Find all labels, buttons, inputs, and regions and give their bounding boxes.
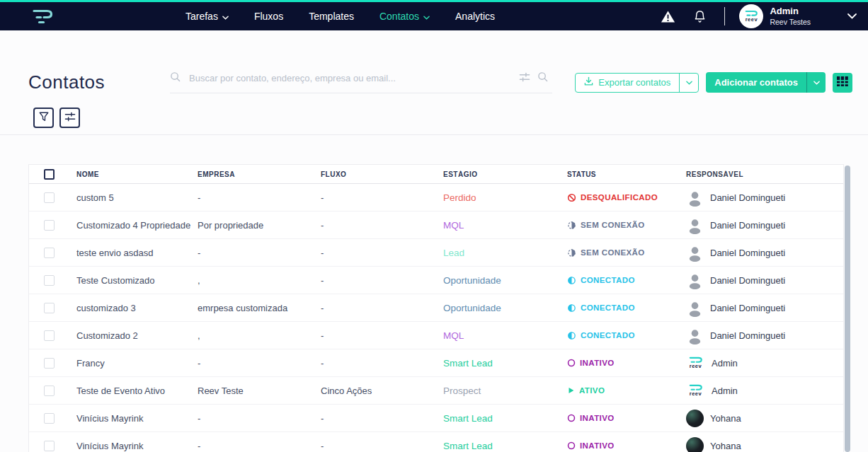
row-checkbox[interactable]: [44, 441, 55, 451]
row-checkbox[interactable]: [44, 386, 55, 396]
contact-stage: Smart Lead: [443, 441, 567, 451]
table-row[interactable]: Customizado 4 PropriedadePor propriedade…: [29, 211, 843, 239]
bell-icon[interactable]: [694, 10, 706, 23]
contact-stage: Prospect: [443, 386, 567, 396]
owner-name: Daniel Domingueti: [710, 303, 785, 313]
search-input[interactable]: [188, 72, 512, 84]
table-row[interactable]: Teste de Evento AtivoReev TesteCinco Açõ…: [29, 377, 843, 405]
owner-name: Daniel Domingueti: [710, 248, 785, 258]
download-icon: [584, 76, 593, 88]
nav-item-tarefas[interactable]: Tarefas: [185, 11, 229, 22]
export-contacts-button[interactable]: Exportar contatos: [575, 73, 699, 93]
row-checkbox-cell: [29, 220, 76, 231]
reev-logo-icon[interactable]: [32, 8, 55, 25]
main-nav: Tarefas Fluxos Templates Contatos Analyt…: [185, 11, 495, 22]
table-row[interactable]: Customizado 2,-MQLCONECTADODaniel Doming…: [29, 322, 843, 349]
table-row[interactable]: teste envio asdasd--LeadSEM CONEXÃODanie…: [29, 239, 843, 267]
row-checkbox-cell: [29, 303, 76, 313]
contact-owner: Daniel Domingueti: [686, 272, 843, 289]
chevron-down-icon[interactable]: [847, 13, 857, 19]
row-checkbox[interactable]: [44, 220, 55, 231]
funnel-icon: [38, 111, 50, 125]
user-menu[interactable]: reev Admin Reev Testes: [739, 4, 811, 28]
sliders-icon: [64, 112, 76, 124]
circle-outline-icon: [567, 359, 576, 367]
contact-owner: reevAdmin: [686, 384, 843, 397]
nav-label: Templates: [309, 11, 354, 22]
table-row[interactable]: Teste Customizado,-OportunidadeCONECTADO…: [29, 267, 843, 294]
column-settings-button[interactable]: [59, 108, 80, 128]
add-dropdown-button[interactable]: [806, 72, 826, 93]
table-header: NOME EMPRESA FLUXO ESTÁGIO STATUS RESPON…: [29, 165, 843, 184]
contact-stage: Smart Lead: [443, 413, 567, 424]
table-row[interactable]: Francy--Smart LeadINATIVOreevAdmin: [29, 349, 843, 377]
contact-stage: Smart Lead: [443, 358, 567, 369]
contact-status: CONECTADO: [567, 276, 686, 285]
advanced-filter-icon[interactable]: [519, 72, 530, 85]
search-bar: [170, 71, 552, 93]
column-header-nome: NOME: [76, 170, 198, 178]
contact-stage: Oportunidade: [443, 275, 567, 286]
row-checkbox-cell: [29, 275, 76, 286]
contact-stage: Lead: [443, 248, 567, 258]
export-dropdown-button[interactable]: [679, 74, 698, 92]
contact-flow: -: [321, 358, 443, 369]
nav-label: Tarefas: [185, 11, 218, 22]
row-checkbox-cell: [29, 192, 76, 203]
contact-owner: Daniel Domingueti: [686, 244, 843, 262]
person-avatar: [686, 299, 704, 317]
contact-stage: MQL: [443, 330, 567, 341]
navbar-divider: [724, 7, 725, 25]
contact-name: Teste Customizado: [76, 275, 198, 286]
column-header-estagio: ESTÁGIO: [443, 170, 567, 178]
select-all-checkbox[interactable]: [44, 169, 55, 180]
contact-stage: Oportunidade: [443, 303, 567, 313]
photo-avatar: [686, 410, 704, 427]
nav-item-fluxos[interactable]: Fluxos: [254, 11, 283, 22]
owner-name: Daniel Domingueti: [710, 192, 785, 203]
row-checkbox[interactable]: [44, 413, 55, 424]
add-contacts-button[interactable]: Adicionar contatos: [706, 72, 826, 93]
contact-owner: Daniel Domingueti: [686, 189, 843, 207]
user-name: Admin: [770, 6, 811, 17]
table-row[interactable]: Vinícius Mayrink--Smart LeadINATIVOYohan…: [29, 405, 843, 432]
row-checkbox[interactable]: [44, 303, 55, 313]
chevron-down-icon: [222, 11, 229, 22]
person-avatar: [686, 189, 704, 207]
search-submit-icon[interactable]: [537, 71, 548, 85]
row-checkbox[interactable]: [44, 275, 55, 286]
half-circle-left-icon: [567, 303, 576, 313]
nav-item-templates[interactable]: Templates: [309, 11, 354, 22]
contact-status: DESQUALIFICADO: [567, 193, 686, 202]
contact-company: -: [198, 248, 321, 258]
user-avatar: reev: [739, 4, 763, 28]
top-navbar: Tarefas Fluxos Templates Contatos Analyt…: [0, 0, 868, 30]
contact-name: Francy: [76, 358, 198, 369]
nav-item-contatos[interactable]: Contatos: [379, 11, 430, 22]
contact-status: INATIVO: [567, 359, 686, 367]
row-checkbox-cell: [29, 413, 76, 424]
nav-label: Contatos: [379, 11, 419, 22]
reev-avatar: reev: [686, 384, 705, 397]
warning-icon[interactable]: [661, 10, 675, 23]
vertical-scrollbar[interactable]: [845, 166, 850, 452]
status-label: INATIVO: [580, 414, 615, 422]
row-checkbox[interactable]: [44, 248, 55, 258]
table-row[interactable]: custom 5--PerdidoDESQUALIFICADODaniel Do…: [29, 184, 843, 211]
page-title: Contatos: [28, 71, 170, 93]
add-contacts-label: Adicionar contatos: [706, 72, 806, 93]
table-row[interactable]: Vinícius Mayrink--Smart LeadINATIVOYohan…: [29, 432, 843, 452]
table-row[interactable]: customizado 3emrpesa customizada-Oportun…: [29, 294, 843, 322]
contact-name: Customizado 4 Propriedade: [76, 220, 198, 231]
row-checkbox[interactable]: [44, 330, 55, 341]
row-checkbox[interactable]: [44, 358, 55, 369]
filter-button[interactable]: [33, 108, 54, 128]
nav-item-analytics[interactable]: Analytics: [455, 11, 495, 22]
row-checkbox-cell: [29, 358, 76, 369]
header-actions: Exportar contatos Adicionar contatos: [575, 72, 852, 93]
row-checkbox[interactable]: [44, 192, 55, 203]
contact-status: CONECTADO: [567, 331, 686, 340]
grid-view-button[interactable]: [833, 73, 852, 93]
contact-flow: -: [321, 413, 443, 424]
contact-flow: -: [321, 248, 443, 258]
